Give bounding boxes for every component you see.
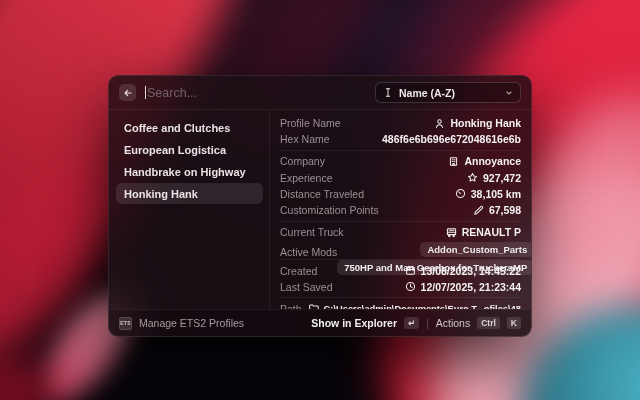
detail-row-current-truck: Current Truck RENAULT P (280, 224, 521, 240)
profile-list-item[interactable]: Coffee and Clutches (116, 117, 263, 138)
profile-list-item[interactable]: European Logistica (116, 139, 263, 160)
back-button[interactable] (119, 84, 136, 101)
sort-dropdown[interactable]: Name (A-Z) (375, 82, 521, 103)
mod-chip: Addon_Custom_Parts (420, 242, 531, 257)
detail-row-experience: Experience 927,472 (280, 170, 521, 186)
last-saved-value: 12/07/2025, 21:23:44 (421, 281, 521, 293)
search-field[interactable] (145, 86, 366, 100)
group-divider (280, 297, 521, 298)
dialog-footer: ETS Manage ETS2 Profiles Show in Explore… (109, 309, 531, 336)
detail-row-created: Created 13/08/2023, 14:45:22 (280, 263, 521, 279)
enter-key-badge: ↵ (404, 317, 419, 329)
ctrl-key-badge: Ctrl (477, 317, 500, 329)
desktop-screen: Name (A-Z) Coffee and Clutches European … (0, 0, 640, 400)
actions-button[interactable]: Actions (436, 317, 470, 329)
arrow-left-icon (123, 88, 133, 98)
profile-details-panel: Profile Name Honking Hank Hex Name 486f6… (270, 110, 531, 309)
clock-icon (405, 281, 416, 292)
profile-manager-dialog: Name (A-Z) Coffee and Clutches European … (108, 75, 532, 337)
hex-name-value: 486f6e6b696e672048616e6b (382, 133, 521, 145)
customization-value: 67,598 (489, 204, 521, 216)
distance-value: 38,105 km (471, 188, 521, 200)
chevron-down-icon (505, 89, 513, 97)
group-divider (280, 221, 521, 222)
text-cursor-icon (383, 87, 393, 98)
gauge-icon (455, 188, 466, 199)
detail-row-last-saved: Last Saved 12/07/2025, 21:23:44 (280, 279, 521, 295)
experience-value: 927,472 (483, 172, 521, 184)
sort-label: Name (A-Z) (399, 87, 455, 99)
footer-app-label: Manage ETS2 Profiles (139, 317, 244, 329)
profile-list-item[interactable]: Handbrake on Highway (116, 161, 263, 182)
profile-name-value: Honking Hank (450, 117, 521, 129)
created-value: 13/08/2023, 14:45:22 (421, 265, 521, 277)
calendar-icon (405, 265, 416, 276)
current-truck-value: RENAULT P (462, 226, 521, 238)
profile-list-item-selected[interactable]: Honking Hank (116, 183, 263, 204)
text-caret (145, 86, 146, 99)
k-key-badge: K (507, 317, 521, 329)
pencil-icon (473, 205, 484, 216)
detail-row-distance: Distance Traveled 38,105 km (280, 186, 521, 202)
show-in-explorer-button[interactable]: Show in Explorer (311, 317, 397, 329)
footer-separator: | (426, 318, 429, 329)
detail-row-active-mods: Active Mods Addon_Custom_Parts 750HP and… (280, 240, 521, 256)
group-divider (280, 259, 521, 260)
detail-row-company: Company Annoyance (280, 153, 521, 169)
user-icon (434, 118, 445, 129)
detail-row-path: Path C:\Users\admin\Documents\Euro T...o… (280, 301, 521, 309)
group-divider (280, 150, 521, 151)
detail-row-hex-name: Hex Name 486f6e6b696e672048616e6b (280, 131, 521, 147)
search-input[interactable] (147, 86, 366, 100)
star-icon (467, 172, 478, 183)
detail-row-customization: Customization Points 67,598 (280, 202, 521, 218)
truck-icon (446, 227, 457, 238)
profiles-list: Coffee and Clutches European Logistica H… (109, 110, 269, 309)
building-icon (448, 156, 459, 167)
company-value: Annoyance (464, 155, 521, 167)
detail-row-profile-name: Profile Name Honking Hank (280, 115, 521, 131)
ets2-app-icon: ETS (119, 317, 132, 330)
dialog-header: Name (A-Z) (109, 76, 531, 109)
